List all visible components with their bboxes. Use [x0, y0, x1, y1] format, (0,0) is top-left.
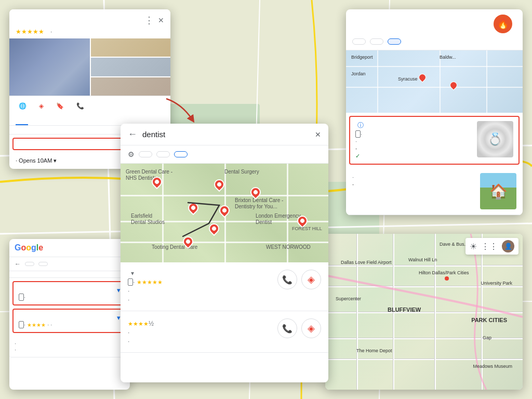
- jewelry-filters: [346, 35, 523, 50]
- save-icon: [56, 102, 64, 110]
- macys-dist-meta: ·: [15, 340, 125, 347]
- search-clear-icon[interactable]: [315, 130, 321, 139]
- dal-label-meadows: Meadows Museum: [473, 364, 512, 369]
- map-label-forest: FOREST HILL: [292, 226, 322, 231]
- hayden-jewelers-item: · ·: [346, 168, 523, 215]
- dallas-map-pin: [445, 276, 449, 281]
- ring-image: 💍: [477, 121, 513, 157]
- directions-button-2[interactable]: ◈: [301, 318, 321, 338]
- website-button[interactable]: [16, 100, 32, 112]
- brightness-icon[interactable]: ☀: [470, 242, 477, 251]
- map-label-syracuse: Syracuse: [398, 76, 418, 82]
- more-options-icon[interactable]: [144, 15, 154, 26]
- rating-filter[interactable]: [25, 262, 34, 266]
- macys-dist-address: ·: [15, 347, 125, 353]
- filter-open-now[interactable]: [139, 151, 152, 157]
- dal-label-dave: Dave & Bus...: [440, 242, 468, 247]
- ad-badge-kay: [355, 130, 361, 138]
- listing1-actions: 📞 ◈: [277, 270, 321, 289]
- dal-label-love: Dallas Love Field Airport: [341, 260, 392, 265]
- kay-jewelers-status: ·: [355, 145, 472, 152]
- dentist-search-input[interactable]: [142, 130, 310, 139]
- call-button[interactable]: 📞: [73, 100, 89, 112]
- jewelry-subtitle: [352, 22, 365, 26]
- macys-name[interactable]: [19, 314, 121, 322]
- hours-filter[interactable]: [38, 262, 48, 266]
- jewelry-panel: 🔥 Bridgeport Jordan Baldw...: [346, 9, 523, 215]
- star-rating: ★★★★★: [16, 28, 44, 35]
- result-macys-dist: · ·: [9, 336, 130, 357]
- hayden-jewelers-status: ·: [352, 181, 475, 188]
- apps-grid-icon[interactable]: ⋮⋮: [481, 242, 498, 251]
- tune-icon[interactable]: [128, 150, 135, 159]
- sort-row: [9, 271, 130, 278]
- jewelry-map-inner: Bridgeport Jordan Baldw... Syracuse: [346, 50, 523, 113]
- action-bar: ◈ 📞: [9, 96, 170, 116]
- ad-badge-macys: [19, 321, 24, 328]
- filter-more-filters[interactable]: [174, 151, 188, 157]
- listing2-category: ·: [128, 329, 154, 336]
- dal-label-hilton: Hilton Dallas/Park Cities: [419, 270, 469, 275]
- close-icon[interactable]: [158, 16, 164, 25]
- macys-ad: · ★★★★ · ·: [19, 322, 121, 328]
- listing2-actions: 📞 ◈: [277, 318, 321, 338]
- tab-overview[interactable]: [16, 116, 28, 125]
- kay-in-stock: ✓: [355, 153, 472, 159]
- dal-label-uni: University Park: [481, 281, 512, 286]
- map-label-baldw: Baldw...: [440, 55, 456, 60]
- business-photos[interactable]: [9, 38, 170, 96]
- back-nav-icon[interactable]: ←: [15, 260, 21, 268]
- photo-thumb-3: [91, 77, 170, 96]
- ad-badge-johnny: [19, 294, 24, 301]
- save-button[interactable]: [53, 100, 69, 112]
- jewelry-map-pin-1: [417, 72, 428, 83]
- result-johnny-was: ·: [12, 281, 127, 305]
- listing2-meta: ★★★★½: [128, 320, 154, 327]
- jewelry-map-pin-2: [448, 80, 459, 90]
- phone-button-2[interactable]: 📞: [277, 318, 297, 338]
- dallas-map-bg[interactable]: Dave & Bus... Walnut Hill Ln Hilton Dall…: [325, 234, 523, 390]
- user-avatar[interactable]: 👤: [502, 240, 514, 252]
- dal-label-super: Supercenter: [336, 296, 361, 301]
- johnny-was-ad: ·: [19, 294, 121, 300]
- chevron-icon: [117, 286, 121, 294]
- dentist-panel: Green Dental Care - NHS Dentistry Dental…: [121, 124, 328, 382]
- listing-earlsfield: ▾ · ★★★★★ · · 📞 ◈: [121, 262, 328, 311]
- filter-top-rated-j[interactable]: [388, 38, 401, 45]
- ad-badge-1: [128, 278, 133, 286]
- side-photos: [91, 38, 170, 96]
- result-macys: · ★★★★ · ·: [12, 309, 127, 333]
- filter-open-now-j[interactable]: [370, 38, 383, 45]
- clothing-search-input[interactable]: [47, 244, 130, 252]
- clothing-panel: Google ← · · ★★★★: [9, 239, 130, 390]
- listing1-meta: · ★★★★★: [128, 278, 163, 286]
- dal-label-walnut: Walnut Hill Ln: [408, 257, 437, 262]
- verified-icon: ⓘ: [357, 121, 364, 130]
- johnny-was-name[interactable]: [19, 286, 121, 294]
- hayden-jewelers-photo: [480, 173, 516, 209]
- jewelry-map[interactable]: Bridgeport Jordan Baldw... Syracuse: [346, 50, 523, 113]
- dallas-map-panel: Dave & Bus... Walnut Hill Ln Hilton Dall…: [325, 234, 523, 390]
- oclua-icon: 🔥: [494, 15, 512, 33]
- listing1-hours: ·: [128, 296, 163, 303]
- phone-button-1[interactable]: 📞: [277, 270, 297, 289]
- hayden-jewelers-info: · ·: [352, 173, 475, 209]
- call-icon: 📞: [76, 102, 84, 110]
- tab-reviews[interactable]: [28, 116, 41, 125]
- directions-button-1[interactable]: ◈: [301, 270, 321, 289]
- dentist-filter-bar: [121, 145, 328, 164]
- listing2-hours: ·: [128, 338, 154, 345]
- map-label-jordan: Jordan: [351, 71, 366, 76]
- directions-button[interactable]: ◈: [36, 100, 49, 112]
- kay-jewelers-name[interactable]: ⓘ: [355, 121, 472, 130]
- filter-top-rated[interactable]: [156, 151, 170, 157]
- filter-in-stock[interactable]: [352, 38, 366, 45]
- dentist-map[interactable]: Green Dental Care - NHS Dentistry Dental…: [121, 164, 328, 262]
- hayden-jewelers-location: ·: [352, 174, 475, 180]
- dal-label-homedepot: The Home Depot: [356, 348, 392, 353]
- directions-icon: ◈: [39, 102, 44, 110]
- back-arrow-icon[interactable]: [128, 129, 137, 140]
- listing1-title[interactable]: ▾: [128, 270, 163, 277]
- kay-jewelers-item: ⓘ · · · ✓ 💍: [349, 116, 520, 165]
- kay-jewelers-photo: 💍: [477, 121, 513, 157]
